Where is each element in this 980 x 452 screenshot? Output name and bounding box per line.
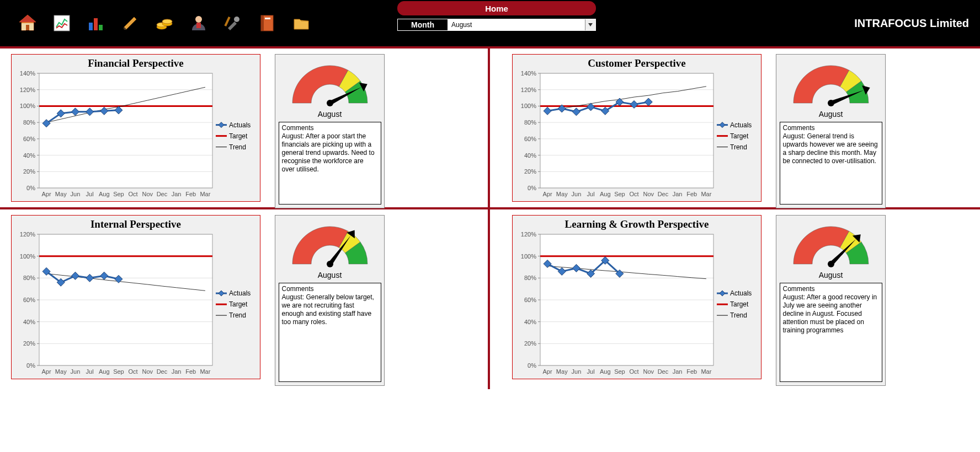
svg-text:100%: 100%	[20, 103, 35, 109]
svg-text:100%: 100%	[20, 253, 35, 260]
sidebox-learning: AugustCommentsAugust: After a good recov…	[776, 215, 886, 386]
svg-text:Sep: Sep	[614, 368, 625, 375]
svg-text:Jan: Jan	[172, 191, 182, 197]
svg-text:60%: 60%	[524, 136, 536, 142]
chart-internal: Internal Perspective0%20%40%60%80%100%12…	[11, 215, 260, 379]
svg-rect-4	[54, 15, 70, 31]
svg-rect-6	[94, 18, 98, 30]
svg-point-78	[327, 100, 333, 106]
svg-point-191	[327, 261, 333, 267]
svg-rect-5	[89, 23, 93, 30]
svg-text:Feb: Feb	[686, 368, 697, 375]
svg-rect-7	[99, 25, 103, 30]
svg-text:Trend: Trend	[730, 311, 747, 319]
svg-text:0%: 0%	[26, 362, 35, 369]
folder-icon[interactable]	[290, 12, 312, 34]
svg-text:Trend: Trend	[229, 143, 246, 151]
svg-rect-17	[224, 17, 230, 26]
comments-text: August: General trend is upwards however…	[783, 132, 879, 165]
svg-text:Apr: Apr	[42, 368, 51, 375]
svg-text:0%: 0%	[528, 185, 536, 191]
gauge-label: August	[318, 110, 342, 119]
svg-text:120%: 120%	[521, 231, 536, 238]
home-button[interactable]: Home	[397, 1, 596, 15]
svg-text:40%: 40%	[23, 152, 35, 159]
svg-text:May: May	[55, 191, 67, 197]
person-icon[interactable]	[188, 12, 210, 34]
svg-text:Mar: Mar	[200, 191, 210, 197]
svg-text:20%: 20%	[524, 168, 536, 175]
svg-text:Jul: Jul	[86, 368, 94, 375]
svg-rect-19	[261, 15, 264, 31]
svg-text:40%: 40%	[524, 319, 536, 325]
svg-text:Apr: Apr	[42, 191, 51, 197]
comments-text: August: Generally below target, we are n…	[282, 293, 378, 326]
svg-text:0%: 0%	[26, 185, 35, 191]
month-select[interactable]	[448, 19, 595, 30]
svg-text:Mar: Mar	[701, 191, 711, 197]
svg-text:Jul: Jul	[587, 191, 595, 197]
tools-icon[interactable]	[222, 12, 244, 34]
svg-text:Trend: Trend	[730, 143, 747, 151]
month-select-value[interactable]	[448, 19, 585, 30]
svg-text:Jan: Jan	[172, 368, 182, 375]
svg-text:100%: 100%	[521, 103, 536, 109]
svg-text:Jun: Jun	[572, 191, 582, 197]
svg-text:120%: 120%	[20, 87, 35, 93]
svg-text:Feb: Feb	[185, 191, 196, 197]
svg-point-137	[828, 100, 834, 106]
svg-text:Oct: Oct	[630, 191, 639, 197]
chart-customer: Customer Perspective0%20%40%60%80%100%12…	[512, 54, 761, 202]
chart-icon[interactable]	[85, 12, 107, 34]
home-icon[interactable]	[17, 12, 39, 34]
svg-point-245	[828, 261, 834, 267]
svg-rect-24	[39, 73, 212, 188]
panel-internal: Internal Perspective0%20%40%60%80%100%12…	[0, 209, 490, 389]
svg-rect-20	[265, 18, 270, 19]
comments-box: CommentsAugust: Generally below target, …	[279, 283, 381, 382]
svg-point-16	[234, 17, 239, 22]
svg-text:Sep: Sep	[113, 191, 124, 197]
svg-rect-81	[540, 73, 713, 188]
svg-text:80%: 80%	[524, 275, 536, 281]
svg-text:80%: 80%	[524, 119, 536, 126]
panel-customer: Customer Perspective0%20%40%60%80%100%12…	[490, 49, 980, 209]
svg-text:Actuals: Actuals	[730, 289, 752, 297]
svg-text:Internal Perspective: Internal Perspective	[90, 218, 181, 230]
month-label: Month	[398, 19, 448, 30]
report-icon[interactable]	[51, 12, 73, 34]
svg-text:Actuals: Actuals	[229, 289, 251, 297]
comments-header: Comments	[282, 285, 378, 293]
comments-text: August: After a poor start the financial…	[282, 132, 378, 174]
svg-text:Dec: Dec	[157, 368, 168, 375]
notebook-icon[interactable]	[256, 12, 278, 34]
pencil-icon[interactable]	[119, 12, 141, 34]
svg-text:May: May	[556, 191, 568, 197]
svg-text:80%: 80%	[23, 119, 35, 126]
svg-text:120%: 120%	[521, 87, 536, 93]
svg-text:20%: 20%	[524, 340, 536, 347]
chevron-down-icon[interactable]	[585, 19, 595, 30]
svg-rect-2	[26, 25, 29, 30]
svg-text:Target: Target	[229, 300, 248, 308]
svg-text:Apr: Apr	[543, 368, 552, 375]
svg-text:Aug: Aug	[99, 191, 110, 197]
comments-box: CommentsAugust: General trend is upwards…	[780, 122, 882, 205]
coins-icon[interactable]	[153, 12, 175, 34]
svg-text:Jan: Jan	[673, 368, 683, 375]
center-controls: Home Month	[397, 1, 596, 31]
svg-text:Nov: Nov	[643, 368, 654, 375]
comments-header: Comments	[783, 285, 879, 293]
svg-text:Aug: Aug	[600, 368, 611, 375]
svg-text:Jul: Jul	[86, 191, 94, 197]
svg-text:40%: 40%	[23, 319, 35, 325]
svg-text:Oct: Oct	[630, 368, 639, 375]
svg-text:60%: 60%	[23, 297, 35, 303]
svg-text:20%: 20%	[23, 168, 35, 175]
svg-text:May: May	[55, 368, 67, 375]
svg-text:Mar: Mar	[701, 368, 711, 375]
svg-text:Financial Perspective: Financial Perspective	[88, 57, 184, 69]
svg-text:Sep: Sep	[113, 368, 124, 375]
svg-text:Actuals: Actuals	[229, 121, 251, 129]
svg-text:140%: 140%	[521, 70, 536, 77]
